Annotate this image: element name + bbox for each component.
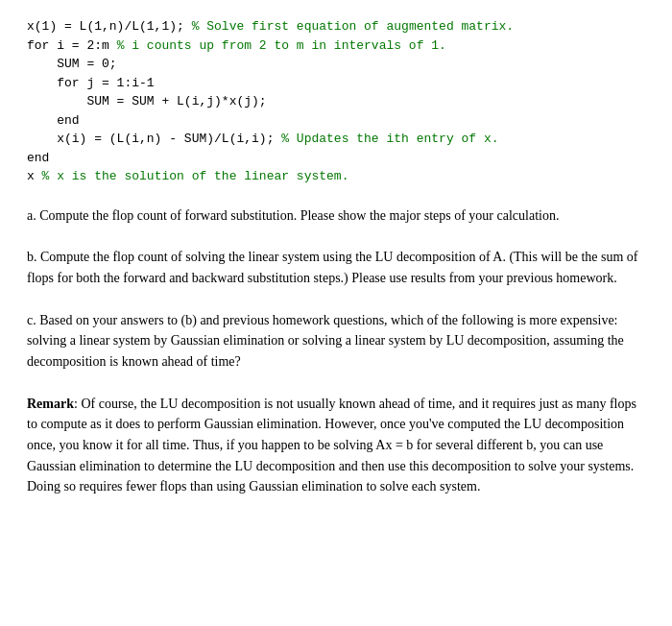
remark-text: : Of course, the LU decomposition is not… (27, 397, 636, 494)
question-c-text: Based on your answers to (b) and previou… (27, 313, 624, 369)
question-a: a. Compute the flop count of forward sub… (27, 205, 645, 227)
question-c: c. Based on your answers to (b) and prev… (27, 310, 645, 373)
question-c-label: c. (27, 313, 39, 327)
question-a-label: a. (27, 208, 39, 223)
code-line-3: SUM = 0; (27, 55, 645, 74)
code-line-5: SUM = SUM + L(i,j)*x(j); (27, 92, 645, 111)
remark-block: Remark: Of course, the LU decomposition … (27, 394, 645, 497)
code-line-8: end (27, 149, 645, 168)
question-b-label: b. (27, 250, 40, 264)
code-line-2: for i = 2:m % i counts up from 2 to m in… (27, 36, 645, 56)
code-line-6: end (27, 111, 645, 131)
question-b: b. Compute the flop count of solving the… (27, 247, 645, 288)
remark-label: Remark (27, 397, 74, 411)
question-b-text: Compute the flop count of solving the li… (27, 250, 638, 285)
code-line-7: x(i) = (L(i,n) - SUM)/L(i,i); % Updates … (27, 130, 645, 149)
code-line-4: for j = 1:i-1 (27, 74, 645, 93)
questions-section: a. Compute the flop count of forward sub… (27, 205, 645, 498)
code-line-9: x % x is the solution of the linear syst… (27, 167, 645, 186)
code-line-1: x(1) = L(1,n)/L(1,1); % Solve first equa… (27, 17, 645, 36)
code-block: x(1) = L(1,n)/L(1,1); % Solve first equa… (27, 17, 645, 186)
question-a-text: Compute the flop count of forward substi… (39, 208, 559, 223)
